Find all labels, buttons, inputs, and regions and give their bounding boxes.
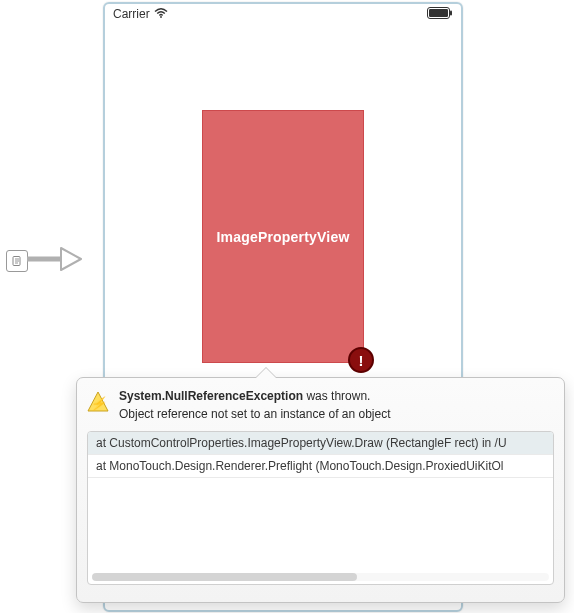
stack-trace-row[interactable]: at CustomControlProperties.ImageProperty… xyxy=(88,432,553,455)
error-badge-mark: ! xyxy=(359,352,364,369)
warning-icon: ⚡ xyxy=(87,391,109,413)
svg-point-3 xyxy=(160,16,162,18)
exception-popover: ⚡ System.NullReferenceException was thro… xyxy=(76,377,565,603)
battery-icon xyxy=(427,7,453,22)
error-badge[interactable]: ! xyxy=(348,347,374,373)
horizontal-scrollbar[interactable] xyxy=(92,573,549,581)
exception-thrown-text: was thrown. xyxy=(303,389,370,403)
stack-trace-row[interactable]: at MonoTouch.Design.Renderer.Preflight (… xyxy=(88,455,553,478)
carrier-label: Carrier xyxy=(113,7,150,21)
document-icon xyxy=(11,255,23,267)
popover-header: ⚡ System.NullReferenceException was thro… xyxy=(77,378,564,429)
popover-title: System.NullReferenceException was thrown… xyxy=(119,388,391,405)
drag-anchor-box[interactable] xyxy=(6,250,28,272)
drag-anchor-control[interactable] xyxy=(6,244,90,278)
svg-rect-6 xyxy=(450,10,452,15)
scrollbar-thumb[interactable] xyxy=(92,573,357,581)
exception-message: Object reference not set to an instance … xyxy=(119,407,391,421)
exception-name: System.NullReferenceException xyxy=(119,389,303,403)
stack-trace-list[interactable]: at CustomControlProperties.ImageProperty… xyxy=(87,431,554,585)
wifi-icon xyxy=(154,7,168,21)
svg-rect-5 xyxy=(429,9,448,17)
popover-pointer xyxy=(256,368,276,378)
popover-text: System.NullReferenceException was thrown… xyxy=(119,388,391,421)
status-left: Carrier xyxy=(113,7,168,21)
image-property-view[interactable]: ImagePropertyView xyxy=(202,110,364,363)
view-label: ImagePropertyView xyxy=(216,229,349,245)
svg-marker-2 xyxy=(61,248,81,270)
drag-anchor-arrow-icon xyxy=(27,242,83,280)
status-bar: Carrier xyxy=(105,4,461,24)
